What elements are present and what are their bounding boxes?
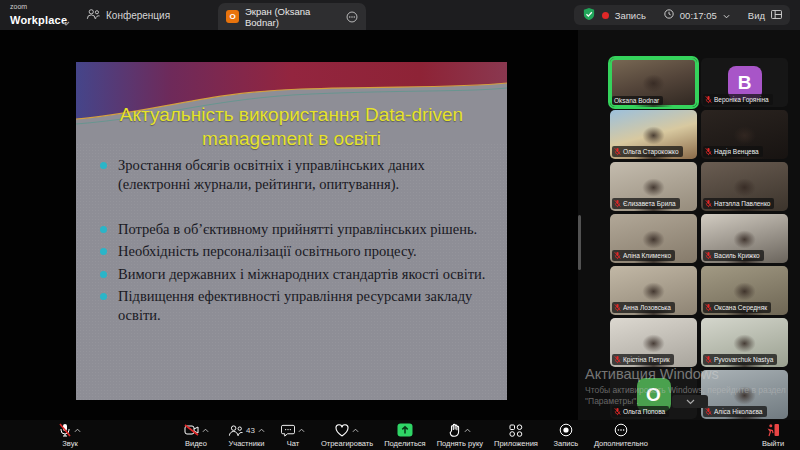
toolbar-apps-button[interactable]: Приложения — [494, 423, 538, 448]
chevron-up-icon[interactable] — [298, 428, 305, 433]
participant-name-label: Аліса Ніколаєва — [703, 406, 767, 417]
participant-tile[interactable]: Натэлла Павленко — [701, 162, 788, 211]
participant-name-label: Оксана Середняк — [703, 302, 771, 313]
toolbar-label: Чат — [287, 439, 299, 448]
participant-tile[interactable]: Oksana Bodnar — [610, 58, 697, 107]
presentation-slide: Актуальність використання Data-driven ma… — [76, 62, 507, 400]
toolbar-label: Поделиться — [384, 439, 425, 448]
sidebar-scrollbar[interactable] — [578, 215, 581, 270]
mic-muted-icon — [705, 355, 712, 364]
chevron-down-icon[interactable] — [62, 12, 70, 30]
participant-name-label: Василь Крижко — [703, 250, 764, 261]
participant-name: Ольга Старокожко — [623, 148, 679, 155]
participant-tile[interactable]: Аліна Клименко — [610, 214, 697, 263]
mic-muted-icon — [705, 407, 712, 416]
participants-count-badge: 43 — [246, 426, 255, 435]
toolbar-participants-button[interactable]: 43Участники — [228, 423, 265, 448]
toolbar-chat-button[interactable]: Чат — [276, 423, 310, 448]
participant-tile[interactable]: Єлизавета Брила — [610, 162, 697, 211]
participants-grid: Oksana BodnarВВероніка ГорянінаОльга Ста… — [610, 58, 788, 419]
slide-bullet: Потреба в об’єктивному прийнятті управлі… — [98, 220, 490, 239]
mic-muted-icon — [614, 355, 621, 364]
slide-bullet: Підвищення ефективності управління ресур… — [98, 287, 490, 325]
toolbar-video-button[interactable]: Видео — [179, 423, 213, 448]
slide-title-line1: Актуальність використання Data-driven — [76, 103, 507, 127]
mic-muted-icon — [614, 407, 621, 416]
toolbar-raise-hand-button[interactable]: Поднять руку — [437, 423, 483, 448]
logo-zoom-text: zoom — [10, 3, 67, 10]
chevron-up-icon[interactable] — [352, 428, 359, 433]
participant-name: Аліса Ніколаєва — [714, 408, 763, 415]
mic-muted-icon — [705, 251, 712, 260]
recording-dot-icon — [602, 12, 609, 19]
leave-icon — [767, 423, 780, 437]
toolbar-label: Отреагировать — [321, 439, 373, 448]
tab-conference[interactable]: Конференция — [86, 0, 170, 30]
participant-name-label: Аліна Клименко — [612, 250, 675, 261]
participant-name: Єлизавета Брила — [623, 200, 676, 207]
participant-name-label: Ольга Попова — [612, 406, 669, 417]
toolbar-more-button[interactable]: Дополнительно — [594, 423, 648, 448]
mic-muted-icon — [614, 251, 621, 260]
chevron-up-icon[interactable] — [464, 428, 471, 433]
participant-name-label: Натэлла Павленко — [703, 198, 774, 209]
toolbar-audio-button[interactable]: Звук — [53, 423, 87, 448]
participant-name: Oksana Bodnar — [614, 97, 659, 104]
toolbar-label: Приложения — [494, 439, 538, 448]
participant-tile[interactable]: Ольга Старокожко — [610, 110, 697, 159]
slide-title-line2: management в освіті — [76, 127, 507, 151]
participant-tile[interactable]: Крістіна Петрик — [610, 318, 697, 367]
participant-tile[interactable]: ВВероніка Горяніна — [701, 58, 788, 107]
participant-name-label: Анна Лозовська — [612, 302, 675, 313]
chevron-up-icon[interactable] — [258, 428, 265, 433]
participant-name: Вероніка Горяніна — [714, 96, 769, 103]
tab-screen-share[interactable]: O Экран (Oksana Bodnar) — [218, 3, 366, 30]
toolbar-share-button[interactable]: Поделиться — [384, 423, 425, 448]
slide-bullet: Необхідність персоналізації освітнього п… — [98, 242, 490, 261]
participants-sidebar: Oksana BodnarВВероніка ГорянінаОльга Ста… — [578, 30, 800, 420]
mic-muted-icon — [705, 147, 712, 156]
top-bar: zoom Workplace Конференция O Экран (Oksa… — [0, 0, 800, 30]
toolbar-label: Звук — [62, 439, 77, 448]
mic-muted-icon — [705, 199, 712, 208]
timer-chevron-down-icon[interactable] — [723, 10, 730, 21]
participant-name: Анна Лозовська — [623, 304, 671, 311]
view-grid-icon[interactable] — [771, 10, 782, 21]
participant-tile[interactable]: Надія Венцева — [701, 110, 788, 159]
participant-name: Натэлла Павленко — [714, 200, 770, 207]
slide-bullet-list: Зростання обсягів освітніх і управлінськ… — [98, 156, 490, 328]
participant-tile[interactable]: Pyvovarchuk Nastya — [701, 318, 788, 367]
participant-name: Надія Венцева — [714, 148, 759, 155]
view-label[interactable]: Вид — [748, 10, 765, 21]
participant-name: Крістіна Петрик — [623, 356, 670, 363]
shared-screen-stage: Актуальність використання Data-driven ma… — [0, 30, 578, 420]
toolbar-label: Выйти — [762, 439, 784, 448]
participant-name-label: Крістіна Петрик — [612, 354, 674, 365]
chevron-up-icon[interactable] — [74, 428, 81, 433]
participant-name-label: Вероніка Горяніна — [703, 94, 773, 105]
toolbar-react-button[interactable]: Отреагировать — [321, 423, 373, 448]
participant-tile[interactable]: Аліса Ніколаєва — [701, 370, 788, 419]
meeting-toolbar: ЗвукВидео 43УчастникиЧатОтреагироватьПод… — [0, 420, 800, 450]
participant-name: Василь Крижко — [714, 252, 760, 259]
participant-name: Аліна Клименко — [623, 252, 671, 259]
participant-tile[interactable]: Анна Лозовська — [610, 266, 697, 315]
toolbar-label: Поднять руку — [437, 439, 483, 448]
security-shield-icon[interactable] — [582, 7, 596, 23]
participant-name-label: Ольга Старокожко — [612, 146, 683, 157]
toolbar-record-button[interactable]: Запись — [549, 423, 583, 448]
toolbar-right-group: Выйти — [756, 420, 790, 450]
clock-icon — [664, 9, 674, 21]
toolbar-leave-button[interactable]: Выйти — [756, 423, 790, 448]
collapse-gallery-button[interactable] — [672, 395, 708, 408]
participant-tile[interactable]: Оксана Середняк — [701, 266, 788, 315]
mic-muted-icon — [614, 303, 621, 312]
people-icon — [86, 8, 100, 22]
participant-name-label: Надія Венцева — [703, 146, 763, 157]
chevron-up-icon[interactable] — [202, 428, 209, 433]
video-icon — [184, 424, 199, 436]
zoom-window: zoom Workplace Конференция O Экран (Oksa… — [0, 0, 800, 450]
tab-options-icon[interactable] — [346, 11, 358, 23]
raise-hand-icon — [449, 423, 461, 437]
participant-tile[interactable]: Василь Крижко — [701, 214, 788, 263]
